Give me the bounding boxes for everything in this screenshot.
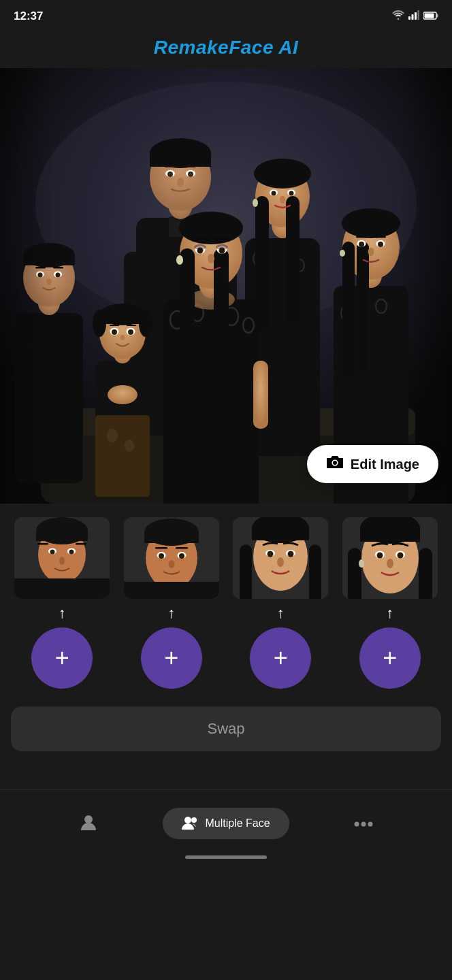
signal-icon <box>408 10 419 22</box>
svg-rect-0 <box>408 16 410 20</box>
svg-point-146 <box>277 557 284 567</box>
svg-rect-38 <box>269 185 279 187</box>
svg-point-56 <box>107 429 118 442</box>
svg-point-37 <box>289 191 294 196</box>
swap-section: Swap <box>0 696 452 762</box>
svg-rect-149 <box>419 548 432 599</box>
svg-rect-148 <box>348 548 361 599</box>
svg-point-33 <box>254 159 311 189</box>
svg-point-160 <box>184 817 191 823</box>
svg-rect-127 <box>144 532 199 543</box>
svg-rect-137 <box>240 544 252 599</box>
svg-rect-138 <box>309 544 321 599</box>
svg-point-62 <box>93 310 106 337</box>
svg-point-159 <box>84 815 93 823</box>
svg-rect-1 <box>412 14 414 20</box>
svg-rect-91 <box>253 361 268 429</box>
svg-rect-32 <box>286 196 300 325</box>
face-column-1: ↑ + <box>11 517 114 689</box>
svg-rect-55 <box>95 415 150 497</box>
svg-point-161 <box>191 817 197 823</box>
status-icons <box>392 10 438 22</box>
face-swap-section: ↑ + ↑ + <box>0 504 452 696</box>
edit-image-label: Edit Image <box>351 457 419 472</box>
svg-point-130 <box>159 553 164 559</box>
svg-point-145 <box>288 551 294 557</box>
svg-point-63 <box>139 310 152 337</box>
svg-rect-21 <box>165 165 177 167</box>
wifi-icon <box>392 10 404 22</box>
svg-point-120 <box>59 557 65 565</box>
bottom-navigation: Multiple Face <box>0 789 452 859</box>
add-face-button-1[interactable]: + <box>31 627 93 689</box>
svg-point-144 <box>268 551 274 557</box>
main-image-background <box>0 68 452 504</box>
svg-rect-121 <box>37 543 48 545</box>
nav-item-profile[interactable] <box>14 813 163 834</box>
svg-point-41 <box>253 199 258 207</box>
svg-point-103 <box>378 242 383 247</box>
nav-item-multiple-face[interactable]: Multiple Face <box>163 808 289 839</box>
svg-point-36 <box>272 191 276 196</box>
main-image-container: Edit Image <box>0 68 452 504</box>
svg-point-82 <box>179 212 243 244</box>
battery-icon <box>423 10 438 22</box>
upload-arrow-2: ↑ <box>167 606 175 621</box>
face-column-4: ↑ + <box>339 517 442 689</box>
svg-rect-52 <box>53 267 63 269</box>
svg-point-66 <box>112 329 117 335</box>
svg-rect-97 <box>342 242 355 378</box>
svg-point-40 <box>280 196 285 203</box>
svg-point-118 <box>50 550 55 555</box>
svg-point-156 <box>397 553 403 559</box>
svg-point-57 <box>125 440 134 452</box>
svg-point-67 <box>128 329 133 335</box>
svg-rect-134 <box>176 547 188 549</box>
svg-point-155 <box>376 553 383 559</box>
face-thumbnail-1 <box>14 517 110 599</box>
swap-button[interactable]: Swap <box>11 706 441 751</box>
svg-rect-69 <box>127 325 136 326</box>
svg-point-99 <box>342 208 400 238</box>
svg-rect-22 <box>184 165 196 167</box>
person-icon <box>79 813 98 834</box>
add-face-button-4[interactable]: + <box>359 627 421 689</box>
svg-rect-105 <box>375 236 386 238</box>
family-portrait <box>0 68 452 504</box>
svg-point-119 <box>69 550 74 555</box>
add-face-button-3[interactable]: + <box>250 627 311 689</box>
svg-rect-135 <box>124 582 219 599</box>
svg-rect-109 <box>398 68 452 504</box>
camera-icon <box>326 455 344 474</box>
upload-arrow-3: ↑ <box>277 606 285 621</box>
face-thumbnail-2 <box>124 517 219 599</box>
nav-items: Multiple Face <box>0 801 452 850</box>
svg-point-157 <box>359 559 364 568</box>
svg-point-102 <box>359 242 364 247</box>
more-icon <box>354 817 373 830</box>
upload-arrow-4: ↑ <box>386 606 393 621</box>
svg-rect-123 <box>14 578 110 599</box>
face-row: ↑ + ↑ + <box>11 517 441 689</box>
svg-point-87 <box>194 244 206 250</box>
svg-rect-6 <box>425 14 434 18</box>
nav-item-more[interactable] <box>289 817 438 830</box>
svg-point-19 <box>167 172 173 177</box>
svg-point-90 <box>176 255 183 265</box>
svg-point-89 <box>208 254 214 263</box>
svg-point-50 <box>56 273 61 278</box>
svg-point-158 <box>387 559 393 568</box>
svg-point-71 <box>108 385 138 404</box>
face-thumbnail-3 <box>233 517 328 599</box>
add-face-button-2[interactable]: + <box>141 627 202 689</box>
svg-rect-39 <box>287 185 297 187</box>
svg-rect-108 <box>0 68 54 504</box>
edit-image-button[interactable]: Edit Image <box>307 445 438 483</box>
svg-point-106 <box>368 248 374 256</box>
svg-rect-104 <box>356 236 367 238</box>
svg-point-163 <box>361 822 366 827</box>
multiple-face-label: Multiple Face <box>205 817 270 830</box>
svg-rect-68 <box>110 325 119 326</box>
svg-rect-122 <box>76 543 86 545</box>
svg-point-162 <box>355 822 359 827</box>
